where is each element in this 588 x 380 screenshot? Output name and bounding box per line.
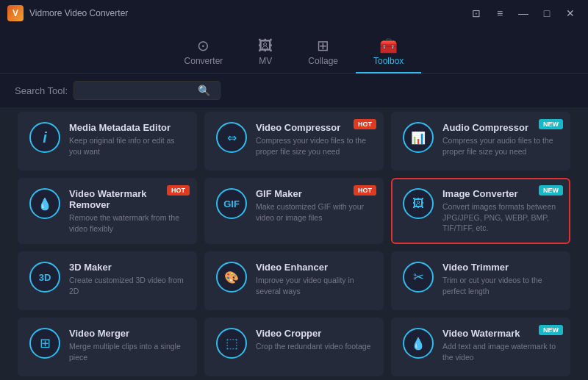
tool-icon: ⇔ <box>216 122 247 153</box>
content-area: i Media Metadata Editor Keep original fi… <box>0 107 588 380</box>
tab-collage[interactable]: ⊞ Collage <box>290 32 356 74</box>
nav-bar: ⊙ Converter 🖼 MV ⊞ Collage 🧰 Toolbox <box>0 26 588 74</box>
badge-hot: Hot <box>167 185 190 196</box>
tool-icon: 💧 <box>29 188 60 219</box>
tool-icon: ⬚ <box>216 328 247 359</box>
converter-icon: ⊙ <box>197 38 209 53</box>
tool-card-video-watermark-remover[interactable]: Hot 💧 Video Watermark Remover Remove the… <box>18 178 197 244</box>
tool-title: Video Trimmer <box>442 262 559 273</box>
search-bar: Search Tool: 🔍 <box>0 74 588 107</box>
tab-toolbox[interactable]: 🧰 Toolbox <box>356 32 421 74</box>
tool-card-media-metadata-editor[interactable]: i Media Metadata Editor Keep original fi… <box>18 112 197 171</box>
tool-card-image-converter[interactable]: New 🖼 Image Converter Convert images for… <box>391 178 570 244</box>
tool-title: 3D Maker <box>69 262 185 273</box>
tool-text: Video Enhancer Improve your video qualit… <box>256 262 372 296</box>
tool-desc: Trim or cut your videos to the perfect l… <box>442 275 559 296</box>
search-label: Search Tool: <box>15 85 68 96</box>
badge-new: New <box>539 325 563 335</box>
maximize-btn[interactable]: □ <box>537 5 557 21</box>
tool-desc: Create customized 3D video from 2D <box>69 275 185 296</box>
tool-card-video-watermark[interactable]: New 💧 Video Watermark Add text and image… <box>391 318 570 376</box>
title-bar: V Vidmore Video Converter ⊡ ≡ — □ ✕ <box>0 0 588 26</box>
tool-text: Video Trimmer Trim or cut your videos to… <box>442 262 559 296</box>
tool-title: Video Cropper <box>256 328 372 339</box>
tool-desc: Keep original file info or edit as you w… <box>69 135 185 157</box>
tool-icon: ⊞ <box>29 328 60 359</box>
tool-icon: ✂ <box>403 262 434 293</box>
badge-hot: Hot <box>354 119 376 129</box>
tab-converter[interactable]: ⊙ Converter <box>167 32 241 74</box>
tool-title: Video Merger <box>69 328 185 339</box>
tool-icon: 🎨 <box>216 262 247 293</box>
search-input[interactable] <box>80 85 198 96</box>
search-icon[interactable]: 🔍 <box>198 85 210 96</box>
tool-card-video-merger[interactable]: ⊞ Video Merger Merge multiple clips into… <box>18 318 197 376</box>
minimize-btn[interactable]: — <box>513 5 534 21</box>
tool-card-audio-compressor[interactable]: New 📊 Audio Compressor Compress your aud… <box>391 112 570 171</box>
tool-icon: GIF <box>216 188 247 219</box>
app-logo: V <box>7 5 24 21</box>
tool-desc: Remove the watermark from the video flex… <box>69 212 185 234</box>
tool-desc: Compress your video files to the proper … <box>256 135 372 157</box>
app-title: Vidmore Video Converter <box>29 8 128 18</box>
tool-desc: Convert images formats between JPG/JPEG,… <box>442 201 559 234</box>
tool-card-video-enhancer[interactable]: 🎨 Video Enhancer Improve your video qual… <box>204 251 384 310</box>
tool-icon: 3D <box>29 262 60 293</box>
tools-grid: i Media Metadata Editor Keep original fi… <box>0 107 588 380</box>
badge-new: New <box>539 119 563 129</box>
badge-hot: Hot <box>354 185 376 196</box>
tool-desc: Crop the redundant video footage <box>256 341 372 352</box>
tool-text: Video Cropper Crop the redundant video f… <box>256 328 372 352</box>
tool-card-3d-maker[interactable]: 3D 3D Maker Create customized 3D video f… <box>18 251 197 310</box>
tool-desc: Merge multiple clips into a single piece <box>69 341 185 362</box>
tool-title: Video Enhancer <box>256 262 372 273</box>
badge-new: New <box>539 185 563 196</box>
menu-btn[interactable]: ≡ <box>490 5 510 21</box>
tool-desc: Compress your audio files to the proper … <box>442 135 559 157</box>
tool-icon: 💧 <box>403 328 434 359</box>
tool-card-video-cropper[interactable]: ⬚ Video Cropper Crop the redundant video… <box>204 318 384 376</box>
tool-card-gif-maker[interactable]: Hot GIF GIF Maker Make customized GIF wi… <box>204 178 384 244</box>
tool-text: Media Metadata Editor Keep original file… <box>69 122 185 157</box>
tool-icon: i <box>29 122 60 153</box>
close-btn[interactable]: ✕ <box>560 5 581 21</box>
mv-icon: 🖼 <box>258 38 273 53</box>
collage-icon: ⊞ <box>317 38 329 53</box>
tool-text: 3D Maker Create customized 3D video from… <box>69 262 185 296</box>
tool-title: Media Metadata Editor <box>69 122 185 133</box>
tool-desc: Add text and image watermark to the vide… <box>442 341 559 362</box>
title-bar-controls: ⊡ ≡ — □ ✕ <box>466 5 581 21</box>
window-menu-btn[interactable]: ⊡ <box>466 5 487 21</box>
tool-card-video-compressor[interactable]: Hot ⇔ Video Compressor Compress your vid… <box>204 112 384 171</box>
tool-icon: 📊 <box>403 122 434 153</box>
tool-desc: Make customized GIF with your video or i… <box>256 201 372 223</box>
tool-icon: 🖼 <box>403 188 434 219</box>
toolbox-icon: 🧰 <box>379 38 398 53</box>
tool-text: Video Merger Merge multiple clips into a… <box>69 328 185 362</box>
title-bar-left: V Vidmore Video Converter <box>7 5 128 21</box>
tool-card-video-trimmer[interactable]: ✂ Video Trimmer Trim or cut your videos … <box>391 251 570 310</box>
search-input-wrap[interactable]: 🔍 <box>74 81 220 100</box>
tab-mv[interactable]: 🖼 MV <box>240 32 290 74</box>
tool-desc: Improve your video quality in several wa… <box>256 275 372 296</box>
